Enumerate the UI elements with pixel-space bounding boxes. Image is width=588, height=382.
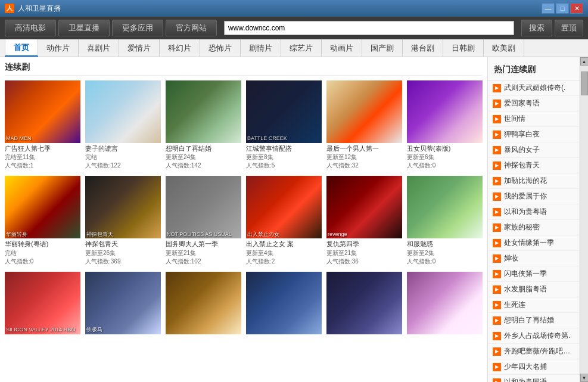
movie-info [85,334,161,337]
thumb-label: 出入禁止の女 [247,231,321,238]
sidebar-item[interactable]: 水发胭脂粤语 [488,282,580,297]
movie-card[interactable]: MAD MEN广告狂人第七季完结至11集人气指数:1 [5,80,80,171]
hd-movies-button[interactable]: 高清电影 [5,20,56,36]
movie-card[interactable]: 想明白了再结婚更新至24集人气指数:142 [166,80,241,171]
title-bar: 人 人和卫星直播 — □ ✕ [0,0,588,17]
sidebar-item[interactable]: 神探包青天 [488,158,580,173]
movie-card[interactable]: 妻子的谎言完结人气指数:122 [85,80,161,171]
movie-card[interactable] [326,272,402,337]
play-icon [493,146,501,154]
movie-card[interactable]: 丑女贝蒂(泰版)更新至6集人气指数:0 [407,80,483,171]
settings-button[interactable]: 置顶 [555,20,583,36]
movie-update: 更新至26集 [85,249,161,257]
search-button[interactable]: 搜索 [521,20,552,36]
movie-card[interactable]: NOT POLITICS AS USUAL国务卿夫人第一季更新至21集人气指数:… [166,176,241,266]
sidebar-item[interactable]: 想明白了再结婚 [488,313,580,328]
sidebar-item[interactable]: 加勒比海的花 [488,173,580,189]
movie-card[interactable]: BATTLE CREEK江城警事情配搭更新至8集人气指数:5 [246,80,322,171]
sidebar-item[interactable]: 世间情 [488,111,580,127]
movie-card[interactable]: 铁极马 [85,272,161,337]
movie-card[interactable]: 神探包青天神探包青天更新至26集人气指数:369 [85,176,161,266]
sidebar-item[interactable]: 以和为贵国语 [488,375,580,382]
sidebar-item[interactable]: 奔跑吧蔷薇/奔跑吧玫瑰 [488,344,580,359]
tab-scifi[interactable]: 科幻片 [160,39,200,57]
movie-info [5,334,80,337]
close-button[interactable]: ✕ [570,3,583,14]
movie-thumbnail: 华丽转身 [5,176,80,238]
movie-update: 完结 [5,249,80,257]
movie-thumbnail: 铁极马 [85,272,161,334]
sidebar-item[interactable]: 家族的秘密 [488,220,580,235]
scroll-down-arrow[interactable]: ▼ [580,374,589,382]
minimize-button[interactable]: — [542,3,555,14]
scroll-up-arrow[interactable]: ▲ [580,57,589,66]
movie-update: 更新至21集 [326,249,402,257]
sidebar-title: 热门连续剧 [488,62,580,80]
play-icon [493,223,501,232]
movie-info [326,334,402,337]
tab-western[interactable]: 欧美剧 [484,39,524,57]
tab-mainland[interactable]: 国产剧 [362,39,403,57]
movie-update: 更新至21集 [166,249,241,257]
sidebar-item[interactable]: 闪电侠第一季 [488,266,580,282]
section-title: 连续剧 [5,62,483,76]
movie-card[interactable] [166,272,241,337]
url-bar [224,21,514,35]
movie-card[interactable] [246,272,322,337]
sidebar-item[interactable]: 以和为贵粤语 [488,204,580,220]
tab-horror[interactable]: 恐怖片 [200,39,241,57]
tab-action[interactable]: 动作片 [38,39,79,57]
satellite-button[interactable]: 卫星直播 [58,20,110,36]
movie-card[interactable]: 最后一个男人第一更新至12集人气指数:32 [326,80,402,171]
sidebar-item[interactable]: 外乡人占战场传奇第. [488,328,580,344]
sidebar-item[interactable]: 生死连 [488,297,580,313]
play-icon [493,208,501,216]
movie-card[interactable] [407,272,483,337]
movie-rating: 人气指数:32 [326,162,402,170]
tab-comedy[interactable]: 喜剧片 [79,39,119,57]
movie-info: 神探包青天更新至26集人气指数:369 [85,238,161,266]
play-icon [493,131,501,139]
url-input[interactable] [228,24,510,32]
movie-info [166,334,241,337]
tab-hktw[interactable]: 港台剧 [403,39,443,57]
movie-card[interactable]: 华丽转身华丽转身(粤语)完结人气指数:0 [5,176,80,266]
movie-thumbnail [407,272,483,334]
sidebar-item[interactable]: 狎鸭享白夜 [488,127,580,142]
movie-thumbnail: MAD MEN [5,80,80,143]
movie-rating: 人气指数:102 [166,257,241,266]
tab-animation[interactable]: 动画片 [322,39,362,57]
more-apps-button[interactable]: 更多应用 [112,20,163,36]
tab-romance[interactable]: 爱情片 [119,39,160,57]
tab-home[interactable]: 首页 [5,39,38,57]
sidebar-item[interactable]: 少年四大名捕 [488,359,580,375]
tab-japan-korea[interactable]: 日韩剧 [443,39,484,57]
sidebar-item[interactable]: 婵妆 [488,251,580,266]
movie-info: 妻子的谎言完结人气指数:122 [85,143,161,171]
movie-update: 更新至2集 [407,249,483,257]
movie-rating: 人气指数:2 [246,257,322,266]
tab-variety[interactable]: 综艺片 [281,39,322,57]
movie-title: 和服魅惑 [407,240,483,249]
sidebar-item[interactable]: 处女情缘第一季 [488,235,580,251]
sidebar-item-label: 暴风的女子 [504,145,540,155]
movie-card[interactable]: 出入禁止の女出入禁止之女 案更新至4集人气指数:2 [246,176,322,266]
sidebar-item[interactable]: 我的爱属于你 [488,189,580,204]
movie-rating: 人气指数:36 [326,257,402,266]
maximize-button[interactable]: □ [556,3,569,14]
sidebar-item-label: 想明白了再结婚 [504,315,554,325]
movie-card[interactable]: SILICON VALLEY 2014 HBO [5,272,80,337]
sidebar-item[interactable]: 爱回家粤语 [488,96,580,111]
movie-card[interactable]: 和服魅惑更新至2集人气指数:0 [407,176,483,266]
movie-thumbnail [407,176,483,238]
movie-title: 丑女贝蒂(泰版) [407,144,483,153]
thumb-label: NOT POLITICS AS USUAL [167,231,240,238]
tab-drama[interactable]: 剧情片 [241,39,281,57]
sidebar-item[interactable]: 武则天武媚娘传奇(. [488,80,580,96]
play-icon [493,285,501,294]
official-site-button[interactable]: 官方网站 [166,20,217,36]
movie-card[interactable]: revenge复仇第四季更新至21集人气指数:36 [326,176,402,266]
movie-update: 更新至24集 [166,153,241,162]
scroll-thumb[interactable] [581,72,588,95]
sidebar-item[interactable]: 暴风的女子 [488,142,580,158]
